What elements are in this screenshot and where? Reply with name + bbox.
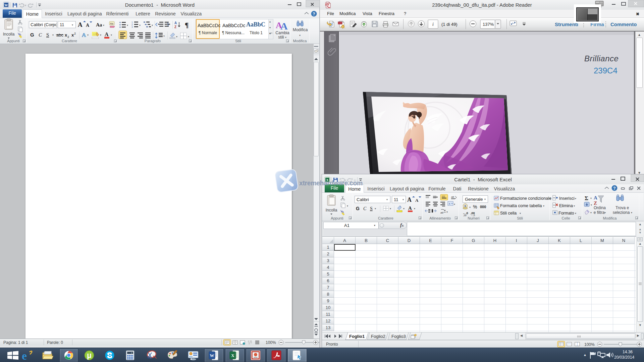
svg-text:▾: ▾	[543, 204, 544, 207]
svg-text:▾: ▾	[469, 206, 471, 209]
svg-text:Formattazione condizionale: Formattazione condizionale	[500, 196, 551, 201]
svg-text:▾: ▾	[520, 212, 521, 215]
svg-text:▾: ▾	[176, 35, 177, 38]
svg-text:▾: ▾	[103, 24, 104, 27]
svg-text:▾: ▾	[127, 24, 128, 27]
svg-text:▾: ▾	[575, 212, 576, 215]
svg-text:▾: ▾	[25, 4, 26, 7]
svg-text:▾: ▾	[111, 34, 112, 37]
svg-text:PDF: PDF	[325, 3, 329, 5]
svg-text:A: A	[105, 32, 109, 37]
svg-text:S: S	[46, 32, 49, 38]
svg-text:?: ?	[613, 186, 615, 191]
svg-text:(1 di 49): (1 di 49)	[441, 22, 458, 27]
svg-text:Aa: Aa	[110, 22, 113, 25]
svg-text:137%: 137%	[483, 22, 494, 27]
svg-text:▾: ▾	[590, 197, 592, 200]
svg-text:G: G	[30, 32, 34, 38]
svg-text:Z: Z	[174, 25, 176, 29]
svg-text:Incolla: Incolla	[326, 208, 337, 213]
svg-text:100%: 100%	[584, 342, 595, 347]
svg-text:▾: ▾	[163, 35, 165, 38]
svg-text:→,0: →,0	[471, 214, 475, 217]
svg-text:Stili cella: Stili cella	[500, 211, 517, 216]
svg-text:▾: ▾	[390, 207, 391, 210]
svg-text:▾: ▾	[591, 203, 592, 206]
svg-text:000: 000	[480, 205, 486, 209]
svg-text:stili: stili	[278, 35, 284, 40]
svg-text:Ordina: Ordina	[594, 205, 606, 210]
svg-text:x: x	[65, 33, 67, 38]
svg-text:ab: ab	[440, 211, 443, 214]
svg-text:ab: ab	[451, 195, 454, 198]
svg-text:2: 2	[67, 35, 69, 39]
svg-text:▾: ▾	[454, 203, 455, 206]
svg-text:3: 3	[131, 26, 133, 28]
svg-text:▾: ▾	[403, 207, 405, 210]
svg-text:xtremehardware.com: xtremehardware.com	[299, 179, 363, 187]
svg-text:▾: ▾	[347, 204, 348, 207]
svg-text:Formatta come tabella: Formatta come tabella	[500, 203, 542, 208]
svg-text:A: A	[82, 32, 86, 38]
svg-text:A: A	[78, 21, 83, 28]
svg-text:Commento: Commento	[610, 21, 637, 27]
svg-text:▾: ▾	[574, 204, 575, 207]
svg-text:▾: ▾	[152, 24, 153, 27]
svg-text:S: S	[370, 206, 373, 211]
svg-text:Formato: Formato	[558, 211, 574, 216]
svg-text:▾: ▾	[375, 207, 376, 210]
svg-text:2: 2	[131, 23, 133, 26]
svg-text:e filtra: e filtra	[594, 210, 605, 215]
svg-text:abc: abc	[56, 33, 63, 38]
svg-text:▾: ▾	[52, 34, 54, 37]
svg-text:G: G	[356, 206, 360, 211]
svg-text:100%: 100%	[266, 340, 276, 345]
svg-text:e: e	[22, 350, 27, 362]
svg-text:A: A	[408, 205, 412, 211]
svg-text:Trova e: Trova e	[615, 205, 629, 210]
svg-text:Z: Z	[594, 200, 597, 206]
svg-text:▾: ▾	[414, 207, 415, 210]
svg-text:¶: ¶	[185, 21, 189, 29]
svg-text:Elimina: Elimina	[559, 203, 573, 208]
svg-text:2: 2	[74, 32, 76, 35]
svg-text:A: A	[594, 195, 597, 200]
svg-text:▾: ▾	[446, 210, 448, 214]
svg-text:▾: ▾	[575, 197, 576, 200]
svg-text:μ: μ	[87, 351, 92, 360]
svg-text:Incolla: Incolla	[3, 32, 15, 37]
svg-text:A: A	[407, 196, 412, 203]
svg-text:▾: ▾	[631, 211, 632, 214]
svg-text:▾: ▾	[139, 24, 141, 27]
svg-text:Aa: Aa	[96, 22, 102, 27]
svg-text:▾: ▾	[604, 211, 606, 214]
svg-text:?: ?	[313, 12, 315, 16]
svg-text:A: A	[174, 21, 177, 25]
svg-text:Modifica: Modifica	[293, 27, 308, 32]
svg-text:W: W	[210, 353, 214, 358]
svg-text:▾: ▾	[590, 211, 592, 214]
svg-text:A: A	[86, 23, 90, 28]
svg-text:,00: ,00	[463, 214, 467, 217]
svg-text:▾: ▾	[285, 36, 286, 39]
svg-text:Inserisci: Inserisci	[559, 196, 575, 201]
svg-text:a: a	[449, 202, 450, 205]
svg-text:▾: ▾	[188, 35, 189, 38]
svg-text:C: C	[39, 32, 42, 38]
svg-text:▾: ▾	[100, 34, 101, 37]
svg-text:▾: ▾	[299, 34, 301, 37]
svg-text:W: W	[5, 3, 8, 7]
svg-text:X: X	[231, 353, 234, 358]
svg-text:1: 1	[131, 21, 133, 23]
svg-text:C: C	[363, 206, 367, 211]
svg-text:A: A	[415, 198, 419, 203]
svg-text:x: x	[71, 33, 74, 38]
svg-text:▾: ▾	[87, 34, 89, 37]
svg-text:Σ: Σ	[585, 195, 588, 201]
svg-text:A: A	[280, 20, 288, 32]
svg-text:seleziona: seleziona	[613, 210, 630, 215]
svg-text:i: i	[432, 22, 434, 27]
svg-text:%: %	[473, 204, 477, 209]
svg-text:Cambia: Cambia	[275, 31, 289, 35]
